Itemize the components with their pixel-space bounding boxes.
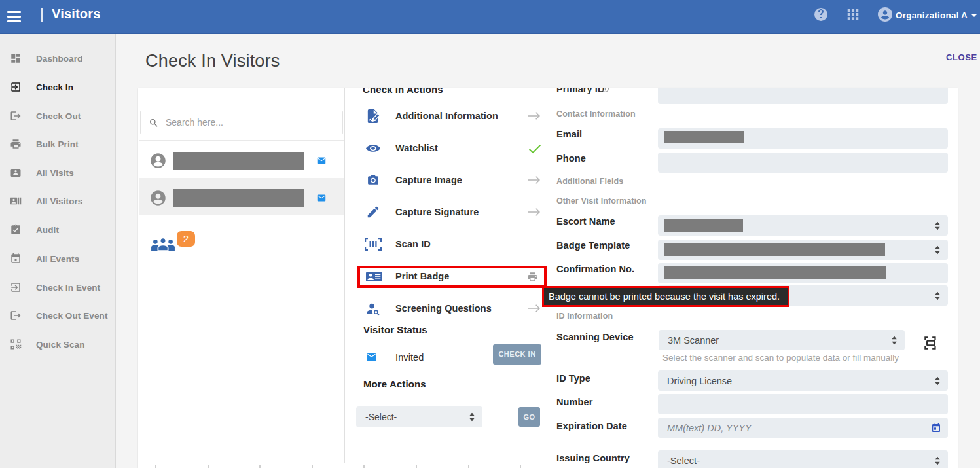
action-label: Scan ID	[395, 239, 431, 249]
escort-name-select[interactable]	[658, 215, 948, 236]
page-title: Check In Visitors	[145, 51, 280, 71]
phone-field[interactable]	[658, 153, 948, 173]
contacts-icon	[10, 167, 22, 179]
visitor-search	[140, 111, 343, 134]
mail-icon	[315, 193, 328, 203]
confirmation-no-field[interactable]	[658, 263, 948, 283]
select-value: -Select-	[365, 412, 397, 422]
sidebar-item-label: Dashboard	[36, 54, 82, 63]
email-field[interactable]	[658, 128, 948, 149]
contact-card-icon	[10, 195, 22, 207]
avatar-icon	[149, 152, 167, 170]
print-badge-highlight	[357, 266, 547, 288]
help-icon[interactable]	[813, 7, 829, 22]
person-search-icon	[365, 301, 381, 316]
arrow-right-icon[interactable]	[527, 207, 541, 217]
section-additional-fields: Additional Fields	[556, 177, 623, 186]
sidebar-item-all-visits[interactable]: All Visits	[0, 158, 115, 187]
menu-icon[interactable]	[7, 10, 21, 23]
visitor-status-heading: Visitor Status	[363, 324, 427, 335]
barcode-icon	[365, 238, 382, 251]
account-avatar-icon[interactable]	[877, 7, 893, 22]
unfold-icon	[934, 221, 941, 230]
pen-icon	[366, 205, 380, 219]
sidebar-item-check-out[interactable]: Check Out	[0, 101, 115, 130]
apps-grid-icon[interactable]	[846, 7, 860, 22]
visitor-group-icon[interactable]	[151, 236, 175, 251]
org-switcher[interactable]: Organizational A	[896, 10, 968, 20]
select-value: Driving License	[667, 376, 732, 386]
field-label: Phone	[556, 153, 586, 164]
login-icon	[10, 281, 22, 293]
arrow-right-icon[interactable]	[527, 175, 541, 185]
primary-id-field[interactable]	[658, 88, 948, 104]
info-icon[interactable]	[601, 88, 609, 93]
field-label: Scanning Device	[556, 332, 634, 342]
sidebar-item-label: Check In	[36, 82, 73, 92]
badge-template-select[interactable]	[658, 240, 948, 260]
action-label: Capture Image	[395, 175, 462, 185]
go-button[interactable]: GO	[518, 407, 540, 427]
visitor-list-item[interactable]	[139, 141, 344, 177]
unfold-icon	[891, 336, 898, 344]
sidebar-item-dashboard[interactable]: Dashboard	[0, 44, 115, 73]
field-label: Issuing Country	[556, 453, 630, 463]
sidebar-nav: Dashboard Check In Check Out Bulk Print …	[0, 34, 116, 468]
check-in-button[interactable]: CHECK IN	[493, 344, 541, 365]
dashboard-icon	[10, 52, 22, 64]
caret-down-icon	[971, 14, 977, 17]
expiration-date-field[interactable]: MM(text) DD, YYYY	[658, 418, 948, 438]
arrow-right-icon[interactable]	[527, 111, 541, 121]
number-field[interactable]	[658, 394, 948, 414]
close-button[interactable]: CLOSE	[946, 52, 977, 62]
action-label: Capture Signature	[395, 207, 479, 217]
sidebar-item-check-in-event[interactable]: Check In Event	[0, 273, 115, 302]
mail-icon	[364, 351, 379, 363]
redacted-value	[664, 266, 886, 279]
sidebar-item-check-in[interactable]: Check In	[0, 73, 115, 101]
sidebar-item-all-events[interactable]: All Events	[0, 244, 115, 273]
redacted-value	[664, 131, 744, 143]
action-label: Screening Questions	[395, 303, 492, 314]
sidebar-item-label: Audit	[36, 225, 59, 235]
field-label: Badge Template	[556, 240, 630, 251]
more-actions-select[interactable]: -Select-	[356, 406, 482, 427]
redacted-value	[664, 219, 743, 232]
sidebar-item-label: All Visits	[36, 168, 74, 178]
visitor-status-value: Invited	[395, 352, 424, 363]
sidebar-item-audit[interactable]: Audit	[0, 215, 115, 244]
scanner-helper-text: Select the scanner and scan to populate …	[662, 353, 899, 363]
sidebar-item-check-out-event[interactable]: Check Out Event	[0, 301, 115, 330]
select-value: -Select-	[667, 456, 700, 466]
scanning-device-select[interactable]: 3M Scanner	[659, 330, 905, 350]
column-divider	[344, 88, 345, 463]
sidebar-item-label: Check Out Event	[36, 311, 108, 321]
id-type-select[interactable]: Driving License	[658, 370, 948, 391]
column-divider	[549, 88, 549, 463]
camera-icon	[366, 174, 380, 187]
unfold-icon	[934, 291, 941, 300]
sidebar-item-all-visitors[interactable]: All Visitors	[0, 187, 115, 215]
scan-icon[interactable]	[922, 334, 939, 351]
action-label: Additional Information	[395, 111, 498, 121]
unfold-icon	[934, 245, 941, 254]
sidebar-item-label: Check In Event	[36, 283, 100, 293]
arrow-right-icon[interactable]	[527, 303, 541, 314]
search-input[interactable]	[166, 111, 336, 134]
sidebar-item-quick-scan[interactable]: Quick Scan	[0, 330, 115, 359]
sidebar-item-label: Quick Scan	[36, 340, 85, 350]
unfold-icon	[469, 413, 475, 422]
tooltip-text: Badge cannot be printed because the visi…	[549, 291, 780, 302]
visitor-list-item[interactable]	[139, 178, 344, 215]
issuing-country-select[interactable]: -Select-	[658, 450, 948, 468]
unfold-icon	[934, 456, 941, 465]
section-other-visit-information: Other Visit Information	[556, 196, 647, 206]
redacted-value	[664, 243, 885, 256]
calendar-icon[interactable]	[931, 422, 941, 433]
date-placeholder: MM(text) DD, YYYY	[667, 423, 752, 433]
badge-print-error-tooltip: Badge cannot be printed because the visi…	[542, 286, 789, 307]
sidebar-item-bulk-print[interactable]: Bulk Print	[0, 130, 115, 158]
field-label: Primary ID	[556, 88, 605, 94]
sidebar-item-label: Check Out	[36, 111, 81, 121]
title-divider	[41, 8, 43, 22]
